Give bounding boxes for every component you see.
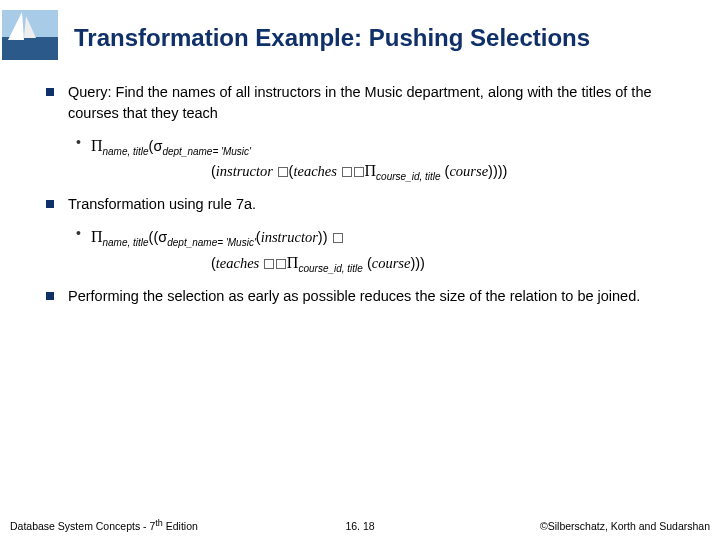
- logo-sailboat: [2, 10, 58, 60]
- join-box-icon: [333, 233, 343, 243]
- pi-subscript: course_id, title: [376, 171, 440, 182]
- expression-1: Πname, title(σdept_name= 'Music' (instru…: [91, 134, 508, 182]
- text: (: [363, 255, 372, 271]
- footer-left-sup: th: [155, 518, 163, 528]
- join-box-icon: [278, 167, 288, 177]
- bullet-square-icon: [46, 200, 54, 208]
- pi-symbol: Π: [287, 254, 299, 271]
- content-area: Query: Find the names of all instructors…: [0, 60, 720, 307]
- text: )))): [488, 163, 507, 179]
- bullet-1: Query: Find the names of all instructors…: [46, 82, 698, 124]
- text: ((σ: [149, 229, 168, 245]
- footer-center: 16. 18: [345, 520, 374, 532]
- footer-left-a: Database System Concepts - 7: [10, 520, 155, 532]
- pi-symbol: Π: [91, 137, 103, 154]
- footer-right: ©Silberschatz, Korth and Sudarshan: [540, 520, 710, 532]
- bullet-square-icon: [46, 292, 54, 300]
- pi-subscript: name, title: [102, 146, 148, 157]
- sigma-subscript: dept_name= 'Music': [167, 237, 256, 248]
- text: (σ: [149, 138, 163, 154]
- slide: Transformation Example: Pushing Selectio…: [0, 0, 720, 540]
- relation-course: course: [449, 163, 488, 179]
- text: ))): [410, 255, 425, 271]
- expression-2-line2: (teaches Πcourse_id, title (course))): [91, 251, 425, 274]
- expression-2: Πname, title((σdept_name= 'Music'(instru…: [91, 225, 425, 273]
- bullet-2: Transformation using rule 7a.: [46, 194, 698, 215]
- relation-instructor: instructor: [216, 163, 277, 179]
- join-box-icon: [264, 259, 274, 269]
- bullet-3-text: Performing the selection as early as pos…: [68, 286, 640, 307]
- relation-course: course: [372, 255, 411, 271]
- pi-symbol: Π: [365, 162, 377, 179]
- pi-subscript: name, title: [102, 237, 148, 248]
- footer: Database System Concepts - 7th Edition 1…: [0, 520, 720, 532]
- relation-teaches: teaches: [293, 163, 340, 179]
- bullet-dot-icon: •: [76, 225, 81, 273]
- sigma-subscript: dept_name= 'Music': [162, 146, 251, 157]
- pi-symbol: Π: [91, 228, 103, 245]
- join-box-icon: [342, 167, 352, 177]
- footer-left-b: Edition: [163, 520, 198, 532]
- join-box-icon: [354, 167, 364, 177]
- join-box-icon: [276, 259, 286, 269]
- relation-instructor: instructor: [261, 229, 318, 245]
- bullet-3: Performing the selection as early as pos…: [46, 286, 698, 307]
- pi-subscript: course_id, title: [298, 263, 362, 274]
- bullet-1-text: Query: Find the names of all instructors…: [68, 82, 698, 124]
- relation-teaches: teaches: [216, 255, 263, 271]
- bullet-1-sub: • Πname, title(σdept_name= 'Music' (inst…: [76, 134, 698, 182]
- bullet-dot-icon: •: [76, 134, 81, 182]
- bullet-square-icon: [46, 88, 54, 96]
- footer-left: Database System Concepts - 7th Edition: [10, 520, 198, 532]
- bullet-2-sub: • Πname, title((σdept_name= 'Music'(inst…: [76, 225, 698, 273]
- expression-1-line2: (instructor (teaches Πcourse_id, title (…: [91, 159, 508, 182]
- header: Transformation Example: Pushing Selectio…: [0, 0, 720, 60]
- slide-title: Transformation Example: Pushing Selectio…: [58, 6, 590, 53]
- bullet-2-text: Transformation using rule 7a.: [68, 194, 256, 215]
- text: )): [318, 229, 332, 245]
